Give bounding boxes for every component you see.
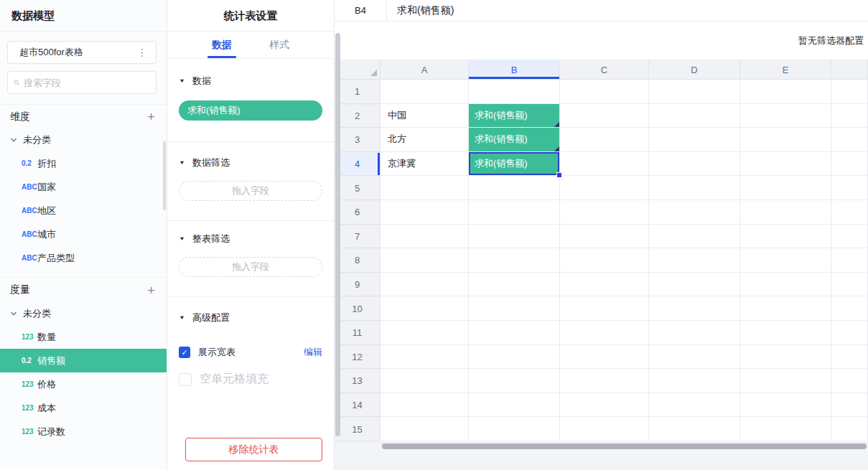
row-header-3[interactable]: 3 — [335, 128, 381, 152]
cell-B2[interactable]: 求和(销售额) — [469, 104, 560, 128]
cell-D11[interactable] — [649, 321, 740, 345]
cell-F7[interactable] — [831, 225, 868, 249]
field-item-成本[interactable]: 123成本 — [0, 396, 167, 420]
row-header-7[interactable]: 7 — [335, 225, 381, 249]
cell-B7[interactable] — [469, 225, 560, 249]
cell-C14[interactable] — [560, 393, 649, 418]
field-item-产品类型[interactable]: ABC产品类型 — [0, 246, 167, 270]
cell-D3[interactable] — [649, 128, 740, 152]
formula-input[interactable]: 求和(销售额) — [387, 0, 868, 21]
cell-E4[interactable] — [740, 152, 831, 177]
cell-C7[interactable] — [560, 225, 649, 249]
cell-C15[interactable] — [560, 417, 649, 441]
cell-B4[interactable]: 求和(销售额) — [469, 152, 560, 177]
cell-F5[interactable] — [831, 176, 868, 200]
cell-E11[interactable] — [740, 321, 831, 345]
cell-B8[interactable] — [469, 248, 560, 273]
cell-D8[interactable] — [649, 248, 740, 273]
row-header-14[interactable]: 14 — [335, 393, 381, 418]
cell-B1[interactable] — [469, 80, 560, 104]
cell-A14[interactable] — [381, 393, 469, 418]
edit-link[interactable]: 编辑 — [304, 346, 322, 359]
measures-group-toggle[interactable]: 未分类 — [0, 302, 167, 325]
cell-F15[interactable] — [831, 417, 868, 441]
row-header-2[interactable]: 2 — [335, 104, 381, 128]
data-filter-dropzone[interactable]: 拖入字段 — [179, 181, 322, 201]
cell-E3[interactable] — [740, 128, 831, 152]
cell-A2[interactable]: 中国 — [381, 104, 469, 128]
cell-C1[interactable] — [560, 80, 649, 104]
cell-B11[interactable] — [469, 321, 560, 345]
field-item-记录数[interactable]: 123记录数 — [0, 420, 167, 443]
cell-E9[interactable] — [740, 273, 831, 297]
fill-handle[interactable] — [556, 172, 562, 178]
wide-table-checkbox[interactable]: ✓ — [179, 347, 190, 358]
field-search[interactable] — [7, 71, 157, 94]
cell-E14[interactable] — [740, 393, 831, 418]
cell-B13[interactable] — [469, 369, 560, 393]
add-dimension-button[interactable]: + — [144, 110, 158, 123]
tab-data[interactable]: 数据 — [207, 32, 236, 58]
row-header-12[interactable]: 12 — [335, 345, 381, 370]
data-filter-section-toggle[interactable]: ▼ 数据筛选 — [179, 156, 322, 169]
column-header-F[interactable] — [831, 60, 868, 80]
data-section-toggle[interactable]: ▼ 数据 — [179, 75, 322, 88]
cell-D7[interactable] — [649, 225, 740, 249]
cell-B12[interactable] — [469, 345, 560, 370]
cell-E6[interactable] — [740, 200, 831, 225]
cell-A4[interactable]: 京津冀 — [381, 152, 469, 177]
cell-C6[interactable] — [560, 200, 649, 225]
cell-C12[interactable] — [560, 345, 649, 370]
add-measure-button[interactable]: + — [144, 283, 158, 297]
cell-F6[interactable] — [831, 200, 868, 225]
remove-table-button[interactable]: 移除统计表 — [185, 438, 322, 461]
cell-F1[interactable] — [831, 80, 868, 104]
cell-C11[interactable] — [560, 321, 649, 345]
cell-C9[interactable] — [560, 273, 649, 297]
cell-A15[interactable] — [381, 417, 469, 441]
row-header-1[interactable]: 1 — [335, 80, 381, 104]
cell-B3[interactable]: 求和(销售额) — [469, 128, 560, 152]
horizontal-scrollbar[interactable] — [382, 443, 867, 449]
field-item-销售额[interactable]: 0.2销售额 — [0, 349, 167, 372]
cell-F8[interactable] — [831, 248, 868, 273]
cell-E5[interactable] — [740, 176, 831, 200]
column-header-B[interactable]: B — [469, 60, 560, 80]
search-input[interactable] — [24, 77, 150, 88]
field-item-价格[interactable]: 123价格 — [0, 372, 167, 396]
cell-A11[interactable] — [381, 321, 469, 345]
advanced-section-toggle[interactable]: ▼ 高级配置 — [179, 311, 322, 324]
row-header-4[interactable]: 4 — [335, 152, 381, 177]
cell-D14[interactable] — [649, 393, 740, 418]
cell-A10[interactable] — [381, 296, 469, 321]
column-header-D[interactable]: D — [649, 60, 740, 80]
cell-D9[interactable] — [649, 273, 740, 297]
row-header-5[interactable]: 5 — [335, 176, 381, 200]
cell-D12[interactable] — [649, 345, 740, 370]
cell-A5[interactable] — [381, 176, 469, 200]
column-header-C[interactable]: C — [560, 60, 649, 80]
cell-D1[interactable] — [649, 80, 740, 104]
cell-F3[interactable] — [831, 128, 868, 152]
kebab-menu-icon[interactable]: ⋮ — [134, 47, 150, 58]
cell-D13[interactable] — [649, 369, 740, 393]
cell-A12[interactable] — [381, 345, 469, 370]
cell-A3[interactable]: 北方 — [381, 128, 469, 152]
cell-B15[interactable] — [469, 417, 560, 441]
field-item-数量[interactable]: 123数量 — [0, 325, 167, 349]
select-all-corner[interactable] — [335, 60, 381, 80]
cell-B14[interactable] — [469, 393, 560, 418]
field-item-折扣[interactable]: 0.2折扣 — [0, 151, 167, 175]
row-header-8[interactable]: 8 — [335, 248, 381, 273]
cell-B5[interactable] — [469, 176, 560, 200]
sidebar-scrollbar[interactable] — [163, 141, 166, 210]
row-header-9[interactable]: 9 — [335, 273, 381, 297]
column-header-A[interactable]: A — [381, 60, 469, 80]
row-header-10[interactable]: 10 — [335, 296, 381, 321]
cell-A6[interactable] — [381, 200, 469, 225]
cell-F14[interactable] — [831, 393, 868, 418]
cell-E13[interactable] — [740, 369, 831, 393]
cell-D4[interactable] — [649, 152, 740, 177]
cell-C4[interactable] — [560, 152, 649, 177]
cell-E7[interactable] — [740, 225, 831, 249]
